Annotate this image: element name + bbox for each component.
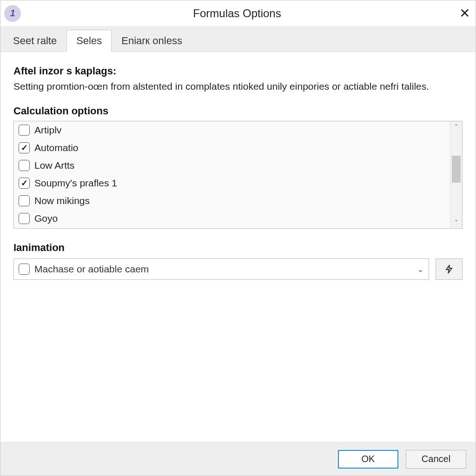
app-icon: 1 [4, 5, 21, 22]
tabstrip-background: Seet ralte Seles Eniarк onless [0, 26, 476, 52]
checkbox[interactable] [19, 213, 30, 224]
tab-label: Eniarк onless [121, 35, 182, 46]
checkbox[interactable] [19, 125, 30, 136]
list-item[interactable]: Soupmy's prafles 1 [14, 174, 450, 192]
list-item-label: Low Artts [34, 160, 74, 171]
close-icon: ✕ [459, 6, 470, 21]
calc-heading: Calculation options [13, 105, 463, 117]
list-item-label: Goyo [34, 213, 58, 224]
ok-button[interactable]: OK [338, 450, 398, 469]
list-item-label: Soupmy's prafles 1 [34, 178, 117, 189]
tab-content: Aftel inzor s kaplags: Setting promtion-… [0, 52, 476, 442]
dialog-footer: OK Cancel [0, 442, 476, 476]
anim-combo-checkbox[interactable] [19, 264, 30, 275]
tab-eniark-onless[interactable]: Eniarк onless [112, 30, 192, 52]
calc-list: Artiplv Automatio Low Artts Soupmy's pra… [14, 121, 450, 228]
scrollbar[interactable]: ˄ ˅ [450, 121, 462, 228]
button-label: OK [362, 454, 375, 464]
anim-combo[interactable]: Machase or aotiable caem ⌄ [13, 258, 429, 280]
scroll-thumb[interactable] [452, 156, 461, 183]
anim-row: Machase or aotiable caem ⌄ [13, 258, 463, 280]
checkbox[interactable] [19, 178, 30, 189]
window-title: Formulas Options [21, 7, 453, 20]
anim-heading: Ianimation [13, 242, 463, 254]
anim-combo-text: Machase or aotiable caem [34, 264, 412, 275]
intro-heading: Aftel inzor s kaplags: [13, 65, 463, 77]
list-item-label: Now mikings [34, 195, 90, 206]
tab-label: Seet ralte [13, 35, 57, 46]
titlebar: 1 Formulas Options ✕ [0, 0, 476, 26]
checkbox[interactable] [19, 160, 30, 171]
list-item-label: Automatio [34, 142, 79, 153]
checkbox[interactable] [19, 142, 30, 153]
scroll-track[interactable] [450, 132, 462, 217]
chevron-down-icon: ⌄ [412, 265, 429, 274]
chevron-down-icon: ˅ [455, 219, 458, 226]
close-button[interactable]: ✕ [453, 2, 476, 25]
lightning-icon [443, 264, 455, 275]
tab-seles[interactable]: Seles [66, 30, 112, 52]
list-item[interactable]: Goyo [14, 210, 450, 227]
chevron-up-icon: ˄ [455, 123, 458, 131]
list-item[interactable]: Artiplv [14, 121, 450, 139]
list-item-label: Artiplv [34, 125, 61, 136]
anim-action-button[interactable] [436, 258, 463, 280]
app-icon-glyph: 1 [10, 8, 15, 19]
checkbox[interactable] [19, 195, 30, 206]
intro-body: Setting promtion-oœn from alstented in c… [13, 80, 463, 93]
scroll-down-button[interactable]: ˅ [450, 217, 462, 228]
scroll-up-button[interactable]: ˄ [450, 121, 462, 132]
tabstrip: Seet ralte Seles Eniarк onless [0, 26, 476, 52]
list-item[interactable]: Low Artts [14, 157, 450, 174]
calc-listbox: Artiplv Automatio Low Artts Soupmy's pra… [13, 121, 463, 229]
tab-label: Seles [76, 35, 102, 46]
cancel-button[interactable]: Cancel [406, 450, 466, 469]
tab-seet-ralte[interactable]: Seet ralte [3, 30, 66, 52]
button-label: Cancel [422, 454, 450, 464]
list-item[interactable]: Now mikings [14, 192, 450, 210]
list-item[interactable]: Automatio [14, 139, 450, 157]
dialog-window: 1 Formulas Options ✕ Seet ralte Seles En… [0, 0, 476, 476]
